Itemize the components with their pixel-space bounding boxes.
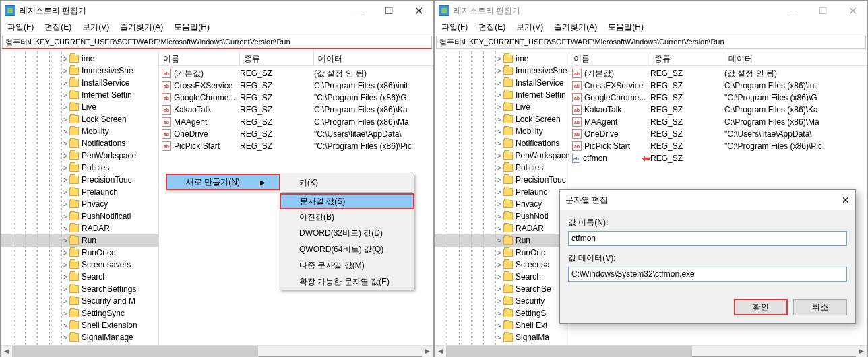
expand-icon[interactable]: > bbox=[495, 334, 503, 342]
tree-item[interactable]: >SearchSe bbox=[435, 283, 569, 295]
menu-file[interactable]: 파일(F) bbox=[3, 20, 38, 34]
scroll-thumb[interactable] bbox=[12, 346, 258, 357]
expand-icon[interactable]: > bbox=[495, 213, 503, 220]
tree-item[interactable]: >Shell Ext bbox=[435, 319, 569, 331]
cancel-button[interactable]: 취소 bbox=[793, 299, 847, 315]
expand-icon[interactable]: > bbox=[61, 298, 69, 305]
tree-item[interactable]: >Screensavers bbox=[1, 259, 158, 271]
tree-item[interactable]: >Lock Screen bbox=[435, 113, 569, 125]
tree-item[interactable]: >Policies bbox=[435, 162, 569, 174]
expand-icon[interactable]: > bbox=[61, 104, 69, 111]
tree-item[interactable]: >PrecisionTouc bbox=[1, 174, 158, 186]
menu-help[interactable]: 도움말(H) bbox=[604, 20, 648, 34]
expand-icon[interactable]: > bbox=[61, 79, 69, 87]
addressbar[interactable]: 컴퓨터\HKEY_CURRENT_USER\SOFTWARE\Microsoft… bbox=[2, 36, 432, 49]
tree-item[interactable]: >Prelaunc bbox=[435, 186, 569, 198]
list-item[interactable]: ab(기본값)REG_SZ(값 설정 안 됨) bbox=[569, 67, 867, 79]
expand-icon[interactable]: > bbox=[61, 237, 69, 245]
expand-icon[interactable]: > bbox=[61, 164, 69, 172]
menu-edit[interactable]: 편집(E) bbox=[40, 20, 75, 34]
ctx-dword[interactable]: DWORD(32비트) 값(D) bbox=[280, 225, 414, 241]
tree-item[interactable]: >Notifications bbox=[1, 137, 158, 150]
list-item[interactable]: abPicPick StartREG_SZ"C:\Program Files (… bbox=[569, 140, 867, 152]
tree-item[interactable]: >PenWorkspace bbox=[435, 150, 569, 162]
dialog-titlebar[interactable]: 문자열 편집 ✕ bbox=[560, 190, 855, 210]
tree-item[interactable]: >SignalManage bbox=[1, 331, 158, 344]
tree-item[interactable]: >SettingSync bbox=[1, 307, 158, 319]
tree-item[interactable]: >Run bbox=[1, 234, 158, 247]
tree-item[interactable]: >Screensa bbox=[435, 259, 569, 271]
expand-icon[interactable]: > bbox=[495, 273, 503, 281]
col-type[interactable]: 종류 bbox=[240, 51, 314, 65]
ctx-qword[interactable]: QWORD(64비트) 값(Q) bbox=[280, 241, 414, 257]
expand-icon[interactable]: > bbox=[61, 213, 69, 220]
ctx-key[interactable]: 키(K) bbox=[280, 174, 414, 191]
tree-item[interactable]: >Privacy bbox=[1, 198, 158, 210]
tree-item[interactable]: >PushNoti bbox=[435, 210, 569, 222]
expand-icon[interactable]: > bbox=[495, 189, 503, 196]
tree-item[interactable]: >SignalMa bbox=[435, 331, 569, 344]
menu-view[interactable]: 보기(V) bbox=[512, 20, 547, 34]
tree-item[interactable]: >Security and M bbox=[1, 295, 158, 307]
tree-item[interactable]: >SettingS bbox=[435, 307, 569, 319]
expand-icon[interactable]: > bbox=[61, 225, 69, 232]
menu-view[interactable]: 보기(V) bbox=[78, 20, 113, 34]
menu-file[interactable]: 파일(F) bbox=[437, 20, 472, 34]
expand-icon[interactable]: > bbox=[61, 322, 69, 329]
list-item[interactable]: abCrossEXServiceREG_SZC:\Program Files (… bbox=[569, 79, 867, 92]
expand-icon[interactable]: > bbox=[495, 176, 503, 184]
tree-item[interactable]: >Search bbox=[1, 271, 158, 283]
titlebar[interactable]: 레지스트리 편집기 ─ ☐ ✕ bbox=[435, 1, 867, 21]
ctx-new[interactable]: 새로 만들기(N) ▶ bbox=[166, 174, 280, 190]
list-item[interactable]: abMAAgentREG_SZC:\Program Files (x86)\Ma bbox=[569, 116, 867, 128]
tree-item[interactable]: >Notifications bbox=[435, 137, 569, 150]
tree-item[interactable]: >RADAR bbox=[1, 222, 158, 234]
scroll-right-icon[interactable]: ▶ bbox=[422, 346, 433, 357]
ctx-expand[interactable]: 확장 가능한 문자열 값(E) bbox=[280, 273, 414, 290]
data-input[interactable] bbox=[568, 267, 847, 282]
expand-icon[interactable]: > bbox=[61, 55, 69, 63]
tree-item[interactable]: >ImmersiveShe bbox=[1, 65, 158, 77]
list-item[interactable]: abGoogleChrome...REG_SZ"C:\Program Files… bbox=[569, 92, 867, 104]
expand-icon[interactable]: > bbox=[495, 322, 503, 329]
expand-icon[interactable]: > bbox=[495, 164, 503, 172]
tree-item[interactable]: >Search bbox=[435, 271, 569, 283]
expand-icon[interactable]: > bbox=[495, 286, 503, 293]
expand-icon[interactable]: > bbox=[495, 310, 503, 317]
tree-item[interactable]: >Security bbox=[435, 295, 569, 307]
expand-icon[interactable]: > bbox=[61, 140, 69, 148]
expand-icon[interactable]: > bbox=[495, 104, 503, 111]
list-item[interactable]: abOneDriveREG_SZ"C:\Users\litae\AppData\ bbox=[569, 128, 867, 140]
titlebar[interactable]: 레지스트리 편집기 ─ ☐ ✕ bbox=[1, 1, 433, 21]
expand-icon[interactable]: > bbox=[61, 310, 69, 317]
tree-item[interactable]: >Shell Extension bbox=[1, 319, 158, 331]
list-item[interactable]: ab(기본값)REG_SZ(값 설정 안 됨) bbox=[159, 67, 433, 79]
expand-icon[interactable]: > bbox=[495, 201, 503, 208]
expand-icon[interactable]: > bbox=[61, 261, 69, 269]
scroll-thumb[interactable] bbox=[446, 346, 692, 357]
expand-icon[interactable]: > bbox=[495, 298, 503, 305]
expand-icon[interactable]: > bbox=[61, 128, 69, 135]
expand-icon[interactable]: > bbox=[495, 140, 503, 148]
expand-icon[interactable]: > bbox=[61, 273, 69, 281]
minimize-button[interactable]: ─ bbox=[344, 1, 374, 21]
tree-item[interactable]: >Policies bbox=[1, 162, 158, 174]
tree-item[interactable]: >PenWorkspace bbox=[1, 150, 158, 162]
tree-item[interactable]: >RunOnce bbox=[1, 247, 158, 259]
tree-item[interactable]: >Lock Screen bbox=[1, 113, 158, 125]
tree-item[interactable]: >RADAR bbox=[435, 222, 569, 234]
tree-item[interactable]: >PrecisionTouc bbox=[435, 174, 569, 186]
expand-icon[interactable]: > bbox=[495, 79, 503, 87]
scrollbar-horizontal[interactable]: ◀ ▶ bbox=[435, 345, 867, 356]
tree-item[interactable]: >PushNotificati bbox=[1, 210, 158, 222]
tree-item[interactable]: >ImmersiveShe bbox=[435, 65, 569, 77]
expand-icon[interactable]: > bbox=[61, 249, 69, 257]
list-item[interactable]: abCrossEXServiceREG_SZC:\Program Files (… bbox=[159, 79, 433, 92]
ok-button[interactable]: 확인 bbox=[734, 299, 788, 315]
maximize-button[interactable]: ☐ bbox=[374, 1, 404, 21]
list-item[interactable]: abctfmon⬅REG_SZ bbox=[569, 152, 867, 164]
expand-icon[interactable]: > bbox=[495, 152, 503, 160]
expand-icon[interactable]: > bbox=[495, 249, 503, 257]
menu-favorites[interactable]: 즐겨찾기(A) bbox=[550, 20, 601, 34]
addressbar[interactable]: 컴퓨터\HKEY_CURRENT_USER\SOFTWARE\Microsoft… bbox=[436, 36, 866, 49]
